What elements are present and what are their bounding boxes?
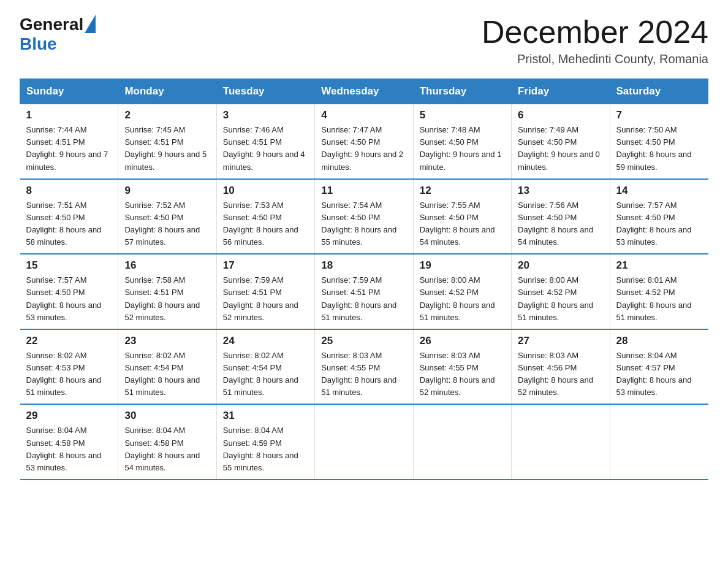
sunset-label: Sunset: 4:50 PM — [321, 213, 380, 222]
sunrise-label: Sunrise: 7:44 AM — [26, 125, 87, 134]
sunset-label: Sunset: 4:50 PM — [124, 213, 183, 222]
cell-week1-day5: 6 Sunrise: 7:49 AM Sunset: 4:50 PM Dayli… — [512, 104, 610, 179]
sunrise-label: Sunrise: 7:51 AM — [26, 201, 87, 210]
sunrise-label: Sunrise: 7:46 AM — [223, 125, 284, 134]
day-number: 19 — [420, 259, 505, 272]
day-info: Sunrise: 8:02 AM Sunset: 4:54 PM Dayligh… — [223, 350, 308, 399]
daylight-label: Daylight: 8 hours and 53 minutes. — [26, 451, 102, 472]
day-number: 15 — [26, 259, 112, 272]
cell-week4-day2: 24 Sunrise: 8:02 AM Sunset: 4:54 PM Dayl… — [216, 329, 314, 405]
week-row-5: 29 Sunrise: 8:04 AM Sunset: 4:58 PM Dayl… — [20, 404, 708, 480]
title-section: December 2024 Pristol, Mehedinti County,… — [482, 15, 708, 66]
day-number: 26 — [420, 335, 505, 347]
day-info: Sunrise: 7:55 AM Sunset: 4:50 PM Dayligh… — [420, 199, 505, 249]
daylight-label: Daylight: 8 hours and 57 minutes. — [124, 225, 200, 247]
sunset-label: Sunset: 4:50 PM — [223, 213, 282, 222]
sunrise-label: Sunrise: 8:02 AM — [223, 351, 284, 360]
daylight-label: Daylight: 8 hours and 51 minutes. — [616, 301, 692, 322]
day-number: 8 — [26, 185, 112, 197]
sunset-label: Sunset: 4:50 PM — [420, 137, 479, 147]
cell-week4-day0: 22 Sunrise: 8:02 AM Sunset: 4:53 PM Dayl… — [20, 329, 118, 405]
month-title: December 2024 — [482, 15, 708, 50]
day-number: 31 — [223, 410, 308, 422]
daylight-label: Daylight: 8 hours and 54 minutes. — [518, 225, 593, 247]
cell-week4-day3: 25 Sunrise: 8:03 AM Sunset: 4:55 PM Dayl… — [315, 329, 413, 405]
sunrise-label: Sunrise: 7:53 AM — [223, 201, 284, 210]
daylight-label: Daylight: 8 hours and 51 minutes. — [518, 301, 593, 322]
sunrise-label: Sunrise: 8:03 AM — [321, 351, 382, 360]
cell-week2-day5: 13 Sunrise: 7:56 AM Sunset: 4:50 PM Dayl… — [512, 179, 610, 255]
daylight-label: Daylight: 9 hours and 1 minute. — [420, 150, 502, 171]
day-number: 24 — [223, 335, 308, 347]
sunrise-label: Sunrise: 7:55 AM — [420, 201, 480, 210]
cell-week3-day0: 15 Sunrise: 7:57 AM Sunset: 4:50 PM Dayl… — [20, 254, 118, 329]
cell-week1-day6: 7 Sunrise: 7:50 AM Sunset: 4:50 PM Dayli… — [610, 104, 708, 179]
cell-week1-day3: 4 Sunrise: 7:47 AM Sunset: 4:50 PM Dayli… — [315, 104, 413, 179]
day-info: Sunrise: 7:57 AM Sunset: 4:50 PM Dayligh… — [616, 199, 702, 249]
day-info: Sunrise: 7:53 AM Sunset: 4:50 PM Dayligh… — [223, 199, 308, 249]
week-row-1: 1 Sunrise: 7:44 AM Sunset: 4:51 PM Dayli… — [20, 104, 708, 179]
day-number: 18 — [321, 259, 406, 272]
sunset-label: Sunset: 4:57 PM — [616, 363, 675, 372]
daylight-label: Daylight: 8 hours and 51 minutes. — [420, 301, 495, 322]
day-number: 13 — [518, 185, 603, 197]
daylight-label: Daylight: 8 hours and 52 minutes. — [124, 301, 200, 322]
calendar-header-row: SundayMondayTuesdayWednesdayThursdayFrid… — [20, 79, 708, 104]
cell-week2-day0: 8 Sunrise: 7:51 AM Sunset: 4:50 PM Dayli… — [20, 179, 118, 255]
daylight-label: Daylight: 8 hours and 59 minutes. — [616, 150, 692, 171]
day-info: Sunrise: 8:03 AM Sunset: 4:55 PM Dayligh… — [420, 350, 505, 399]
cell-week3-day1: 16 Sunrise: 7:58 AM Sunset: 4:51 PM Dayl… — [118, 254, 216, 329]
sunrise-label: Sunrise: 7:49 AM — [518, 125, 578, 134]
cell-week2-day4: 12 Sunrise: 7:55 AM Sunset: 4:50 PM Dayl… — [413, 179, 511, 255]
sunrise-label: Sunrise: 8:03 AM — [420, 351, 480, 360]
cell-week3-day6: 21 Sunrise: 8:01 AM Sunset: 4:52 PM Dayl… — [610, 254, 708, 329]
day-info: Sunrise: 8:00 AM Sunset: 4:52 PM Dayligh… — [518, 274, 603, 324]
cell-week1-day4: 5 Sunrise: 7:48 AM Sunset: 4:50 PM Dayli… — [413, 104, 511, 179]
sunset-label: Sunset: 4:55 PM — [420, 363, 479, 372]
header-tuesday: Tuesday — [216, 79, 314, 104]
logo-inner: General Blue — [20, 15, 96, 54]
logo-blue-text: Blue — [20, 34, 96, 54]
header-thursday: Thursday — [413, 79, 511, 104]
day-number: 12 — [420, 185, 505, 197]
day-number: 14 — [616, 185, 702, 197]
logo-triangle-icon — [85, 15, 96, 33]
sunset-label: Sunset: 4:50 PM — [321, 137, 380, 147]
cell-week5-day4 — [413, 404, 511, 480]
day-number: 17 — [223, 259, 308, 272]
daylight-label: Daylight: 8 hours and 52 minutes. — [518, 375, 593, 397]
day-info: Sunrise: 8:04 AM Sunset: 4:59 PM Dayligh… — [223, 424, 308, 474]
cell-week3-day3: 18 Sunrise: 7:59 AM Sunset: 4:51 PM Dayl… — [315, 254, 413, 329]
cell-week5-day5 — [512, 404, 610, 480]
week-row-4: 22 Sunrise: 8:02 AM Sunset: 4:53 PM Dayl… — [20, 329, 708, 405]
sunrise-label: Sunrise: 7:52 AM — [124, 201, 185, 210]
cell-week3-day5: 20 Sunrise: 8:00 AM Sunset: 4:52 PM Dayl… — [512, 254, 610, 329]
sunset-label: Sunset: 4:50 PM — [616, 137, 675, 147]
day-info: Sunrise: 7:45 AM Sunset: 4:51 PM Dayligh… — [124, 124, 210, 174]
daylight-label: Daylight: 8 hours and 58 minutes. — [26, 225, 102, 247]
week-row-2: 8 Sunrise: 7:51 AM Sunset: 4:50 PM Dayli… — [20, 179, 708, 255]
cell-week4-day4: 26 Sunrise: 8:03 AM Sunset: 4:55 PM Dayl… — [413, 329, 511, 405]
sunset-label: Sunset: 4:51 PM — [124, 288, 183, 297]
sunset-label: Sunset: 4:54 PM — [223, 363, 282, 372]
sunrise-label: Sunrise: 8:04 AM — [223, 426, 284, 435]
daylight-label: Daylight: 8 hours and 52 minutes. — [420, 375, 495, 397]
day-number: 20 — [518, 259, 603, 272]
sunrise-label: Sunrise: 8:04 AM — [616, 351, 677, 360]
page-header: General Blue December 2024 Pristol, Mehe… — [20, 15, 708, 66]
cell-week4-day5: 27 Sunrise: 8:03 AM Sunset: 4:56 PM Dayl… — [512, 329, 610, 405]
sunset-label: Sunset: 4:51 PM — [124, 137, 183, 147]
daylight-label: Daylight: 9 hours and 5 minutes. — [124, 150, 207, 171]
day-info: Sunrise: 7:49 AM Sunset: 4:50 PM Dayligh… — [518, 124, 603, 174]
sunset-label: Sunset: 4:50 PM — [26, 288, 85, 297]
sunset-label: Sunset: 4:50 PM — [518, 213, 577, 222]
sunset-label: Sunset: 4:59 PM — [223, 439, 282, 448]
daylight-label: Daylight: 9 hours and 4 minutes. — [223, 150, 305, 171]
day-info: Sunrise: 8:02 AM Sunset: 4:53 PM Dayligh… — [26, 350, 112, 399]
day-number: 27 — [518, 335, 603, 347]
cell-week5-day3 — [315, 404, 413, 480]
sunset-label: Sunset: 4:58 PM — [124, 439, 183, 448]
day-info: Sunrise: 7:59 AM Sunset: 4:51 PM Dayligh… — [223, 274, 308, 324]
daylight-label: Daylight: 8 hours and 52 minutes. — [223, 301, 298, 322]
sunrise-label: Sunrise: 8:03 AM — [518, 351, 578, 360]
